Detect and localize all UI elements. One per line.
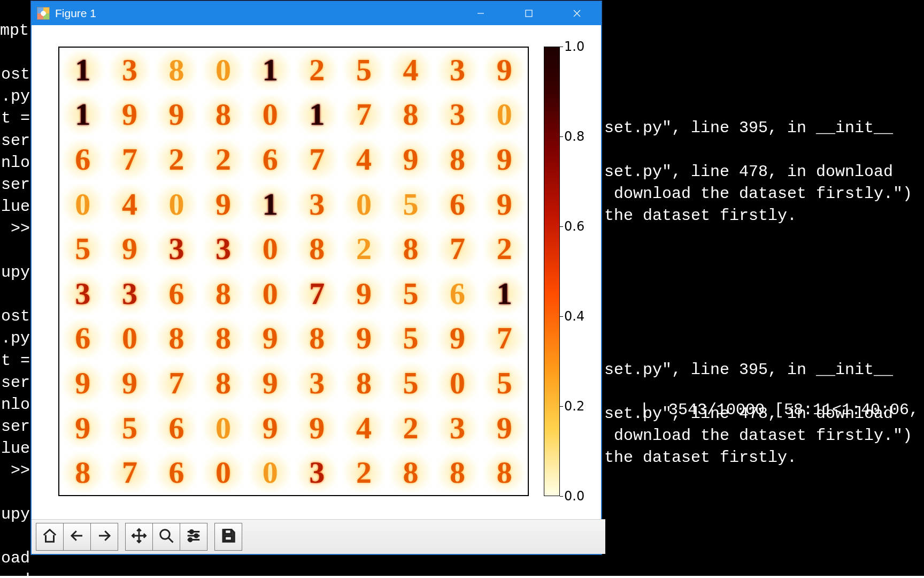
digit-cell: 3 bbox=[200, 226, 247, 271]
toolbar-save-button[interactable] bbox=[214, 523, 242, 551]
digit-glyph: 5 bbox=[403, 323, 418, 354]
digit-glyph: 8 bbox=[497, 457, 512, 488]
digit-cell: 6 bbox=[153, 450, 200, 495]
digit-glyph: 8 bbox=[309, 323, 325, 354]
sliders-icon bbox=[186, 528, 202, 546]
digit-glyph: 1 bbox=[75, 55, 90, 86]
digit-glyph: 0 bbox=[168, 189, 184, 220]
digit-glyph: 0 bbox=[263, 99, 278, 130]
digit-glyph: 8 bbox=[168, 323, 184, 354]
figure-canvas[interactable]: 1380125439199801783067226749890409130569… bbox=[32, 25, 601, 520]
digit-glyph: 7 bbox=[309, 144, 325, 175]
digit-glyph: 2 bbox=[497, 233, 512, 264]
digit-cell: 1 bbox=[247, 182, 294, 227]
digit-cell: 9 bbox=[106, 93, 153, 138]
digit-cell: 9 bbox=[200, 182, 247, 227]
digit-glyph: 9 bbox=[263, 368, 278, 399]
digit-cell: 9 bbox=[481, 137, 528, 182]
digit-glyph: 8 bbox=[309, 233, 325, 264]
digit-glyph: 7 bbox=[122, 457, 137, 488]
toolbar-zoom-button[interactable] bbox=[152, 523, 180, 551]
digit-glyph: 8 bbox=[215, 368, 231, 399]
digit-glyph: 8 bbox=[450, 144, 465, 175]
digit-cell: 3 bbox=[153, 226, 200, 271]
digit-cell: 9 bbox=[106, 361, 153, 406]
digit-glyph: 0 bbox=[75, 189, 90, 220]
digit-cell: 1 bbox=[59, 93, 106, 138]
toolbar-back-button[interactable] bbox=[63, 523, 91, 551]
colorbar-ticks: 1.0 0.8 0.6 0.4 0.2 0.0 bbox=[564, 47, 602, 496]
digit-cell: 3 bbox=[106, 271, 153, 316]
digit-cell: 0 bbox=[153, 182, 200, 227]
digit-cell: 5 bbox=[481, 361, 528, 406]
digit-cell: 9 bbox=[341, 316, 388, 361]
svg-rect-16 bbox=[225, 530, 231, 534]
digit-glyph: 8 bbox=[403, 233, 418, 264]
digit-glyph: 6 bbox=[450, 189, 465, 220]
digit-glyph: 3 bbox=[309, 189, 325, 220]
digit-glyph: 3 bbox=[168, 233, 184, 264]
digit-glyph: 6 bbox=[168, 278, 184, 309]
svg-point-8 bbox=[160, 530, 170, 539]
digit-cell: 7 bbox=[153, 361, 200, 406]
colorbar-tick-label: 1.0 bbox=[564, 39, 584, 54]
toolbar-forward-button[interactable] bbox=[90, 523, 118, 551]
digit-cell: 2 bbox=[387, 406, 434, 451]
digit-glyph: 3 bbox=[215, 233, 231, 264]
save-icon bbox=[220, 528, 236, 546]
digit-cell: 9 bbox=[481, 406, 528, 451]
digit-glyph: 4 bbox=[403, 55, 418, 86]
digit-cell: 3 bbox=[294, 450, 341, 495]
digit-cell: 2 bbox=[153, 137, 200, 182]
digit-glyph: 3 bbox=[450, 55, 465, 86]
digit-cell: 8 bbox=[153, 316, 200, 361]
digit-glyph: 8 bbox=[403, 457, 418, 488]
digit-cell: 3 bbox=[59, 271, 106, 316]
toolbar-pan-button[interactable] bbox=[125, 523, 153, 551]
terminal-right-fragments: set.py", line 395, in __init__ set.py", … bbox=[604, 0, 912, 469]
digit-cell: 7 bbox=[294, 271, 341, 316]
digit-glyph: 7 bbox=[122, 144, 137, 175]
digit-glyph: 5 bbox=[497, 368, 512, 399]
digit-cell: 6 bbox=[247, 137, 294, 182]
arrow-right-icon bbox=[96, 528, 112, 546]
digit-glyph: 2 bbox=[309, 55, 325, 86]
digit-glyph: 5 bbox=[122, 413, 137, 444]
window-minimize-button[interactable] bbox=[457, 2, 505, 25]
digit-glyph: 0 bbox=[263, 457, 278, 488]
digit-glyph: 2 bbox=[168, 144, 184, 175]
window-titlebar[interactable]: Figure 1 bbox=[32, 2, 601, 25]
digit-cell: 0 bbox=[59, 182, 106, 227]
digit-cell: 8 bbox=[387, 450, 434, 495]
digit-cell: 0 bbox=[247, 93, 294, 138]
digit-glyph: 6 bbox=[75, 144, 90, 175]
digit-cell: 8 bbox=[387, 93, 434, 138]
digit-glyph: 1 bbox=[75, 99, 90, 130]
digit-glyph: 6 bbox=[168, 457, 184, 488]
digit-cell: 0 bbox=[434, 361, 481, 406]
digit-cell: 8 bbox=[434, 137, 481, 182]
toolbar-configure-subplots-button[interactable] bbox=[180, 523, 207, 551]
digit-cell: 4 bbox=[341, 137, 388, 182]
window-maximize-button[interactable] bbox=[505, 2, 553, 25]
digit-glyph: 7 bbox=[450, 233, 465, 264]
digit-cell: 0 bbox=[247, 271, 294, 316]
window-close-button[interactable] bbox=[553, 2, 601, 25]
digit-cell: 5 bbox=[59, 226, 106, 271]
digit-glyph: 5 bbox=[75, 233, 90, 264]
digit-glyph: 9 bbox=[263, 323, 278, 354]
digit-glyph: 0 bbox=[450, 368, 465, 399]
digit-cell: 7 bbox=[106, 450, 153, 495]
digit-glyph: 0 bbox=[263, 278, 278, 309]
digit-cell: 2 bbox=[200, 137, 247, 182]
matplotlib-figure-window: Figure 1 1380125439199801783067226749890… bbox=[31, 1, 602, 554]
digit-cell: 9 bbox=[481, 48, 528, 93]
digit-glyph: 7 bbox=[497, 323, 512, 354]
digit-glyph: 2 bbox=[215, 144, 231, 175]
digit-cell: 0 bbox=[341, 182, 388, 227]
digit-cell: 5 bbox=[106, 406, 153, 451]
digit-cell: 7 bbox=[434, 226, 481, 271]
digit-cell: 3 bbox=[434, 93, 481, 138]
digit-cell: 7 bbox=[341, 93, 388, 138]
toolbar-home-button[interactable] bbox=[36, 523, 64, 551]
